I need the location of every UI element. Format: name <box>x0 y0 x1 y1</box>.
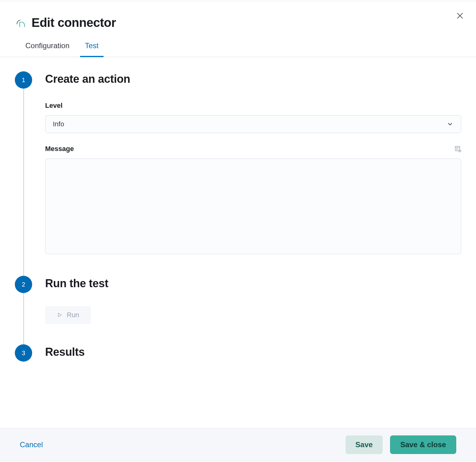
save-close-button[interactable]: Save & close <box>390 435 456 454</box>
chevron-down-icon <box>447 121 453 128</box>
level-select[interactable]: Info <box>45 115 461 133</box>
step-results: 3 Results <box>15 346 461 359</box>
label-row: Level <box>45 102 461 110</box>
step-connector-line <box>23 73 24 277</box>
connector-icon <box>15 17 26 28</box>
step-number-badge: 3 <box>15 344 32 362</box>
step-title: Results <box>45 346 461 359</box>
svg-marker-9 <box>58 313 62 317</box>
step-number: 2 <box>22 281 25 288</box>
message-field: Message <box>45 145 461 255</box>
save-button[interactable]: Save <box>346 435 383 454</box>
label-row: Message <box>45 145 461 153</box>
level-value: Info <box>53 120 64 128</box>
step-title: Create an action <box>45 73 461 86</box>
step-run-test: 2 Run the test Run <box>15 277 461 324</box>
save-close-label: Save & close <box>400 440 446 449</box>
tabs: Configuration Test <box>0 41 476 57</box>
close-button[interactable] <box>456 11 464 20</box>
panel: Edit connector Configuration Test 1 Crea… <box>0 1 476 461</box>
cancel-button[interactable]: Cancel <box>20 440 43 449</box>
step-number-badge: 2 <box>15 276 32 293</box>
tab-label: Configuration <box>25 41 70 50</box>
level-field: Level Info <box>45 102 461 133</box>
run-button[interactable]: Run <box>45 306 91 324</box>
content: 1 Create an action Level Info <box>0 57 476 428</box>
page-title: Edit connector <box>32 16 116 30</box>
bottom-border <box>0 461 476 462</box>
step-create-action: 1 Create an action Level Info <box>15 73 461 255</box>
index-add-icon <box>454 145 461 152</box>
play-icon <box>57 312 62 318</box>
edit-connector-flyout: Edit connector Configuration Test 1 Crea… <box>0 0 476 462</box>
footer: Cancel Save Save & close <box>0 428 476 461</box>
step-number-badge: 1 <box>15 71 32 89</box>
steps: 1 Create an action Level Info <box>15 73 461 359</box>
tab-configuration[interactable]: Configuration <box>25 41 70 57</box>
tab-label: Test <box>85 41 99 50</box>
step-number: 1 <box>22 77 25 84</box>
close-icon <box>456 11 464 20</box>
insert-variable-button[interactable] <box>454 145 461 152</box>
message-input[interactable] <box>45 158 461 254</box>
message-label: Message <box>45 145 74 153</box>
footer-actions: Save Save & close <box>346 435 456 454</box>
tab-test[interactable]: Test <box>85 41 99 57</box>
step-number: 3 <box>22 350 25 357</box>
level-label: Level <box>45 102 62 110</box>
cancel-label: Cancel <box>20 440 43 449</box>
step-title: Run the test <box>45 277 461 290</box>
header: Edit connector <box>0 2 476 30</box>
save-label: Save <box>355 440 373 449</box>
run-label: Run <box>67 311 79 319</box>
